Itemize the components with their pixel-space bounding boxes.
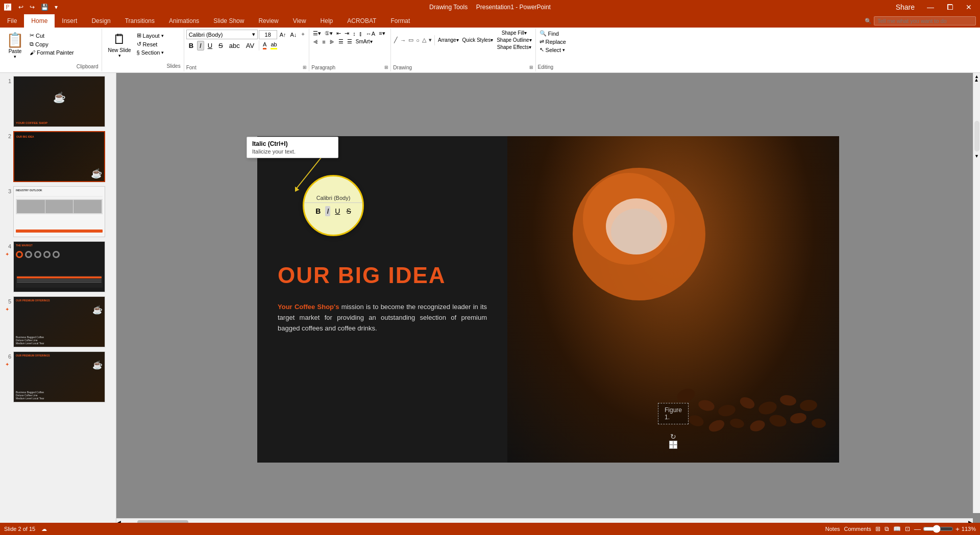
tab-slideshow[interactable]: Slide Show <box>206 14 251 28</box>
align-text-button[interactable]: ≡▾ <box>377 30 386 37</box>
tab-view[interactable]: View <box>286 14 313 28</box>
shadow-button[interactable]: abc <box>227 41 242 50</box>
slide-thumb-4[interactable]: 4 ✦ THE MARKET <box>2 240 114 293</box>
bullets-button[interactable]: ☰▾ <box>311 30 323 37</box>
increase-font-button[interactable]: A↑ <box>278 31 288 38</box>
shape-line[interactable]: ╱ <box>393 36 399 44</box>
zoom-slider[interactable] <box>923 525 953 533</box>
bold-button[interactable]: B <box>186 41 196 50</box>
redo-button[interactable]: ↪ <box>28 3 37 12</box>
arrange-button[interactable]: Arrange▾ <box>436 37 460 43</box>
section-button[interactable]: § Section ▾ <box>135 49 166 56</box>
svg-point-17 <box>811 418 826 428</box>
close-button[interactable]: ✕ <box>962 2 976 12</box>
slide-thumb-5[interactable]: 5 ✦ OUR PREMIUM OFFERINGS ☕ Business Bag… <box>2 295 114 348</box>
select-button[interactable]: ↖ Select ▾ <box>538 46 585 54</box>
maximize-button[interactable]: ⧠ <box>942 2 958 12</box>
shape-triangle[interactable]: △ <box>421 36 427 44</box>
shape-more[interactable]: ▾ <box>428 36 433 44</box>
strikethrough-button[interactable]: S <box>216 41 226 50</box>
tab-animations[interactable]: Animations <box>162 14 206 28</box>
notes-button[interactable]: Notes <box>825 526 840 532</box>
shape-arrow[interactable]: → <box>399 36 407 44</box>
tab-review[interactable]: Review <box>251 14 285 28</box>
font-name-dropdown[interactable]: Calibri (Body) ▾ <box>186 30 258 39</box>
format-painter-button[interactable]: 🖌 Format Painter <box>28 49 76 56</box>
comments-button[interactable]: Comments <box>844 526 871 532</box>
font-expand-button[interactable]: ⊞ <box>303 65 307 70</box>
save-button[interactable]: 💾 <box>39 3 51 12</box>
numbering-button[interactable]: ①▾ <box>323 30 334 37</box>
tab-acrobat[interactable]: ACROBAT <box>340 14 383 28</box>
drawing-expand-button[interactable]: ⊞ <box>529 65 533 70</box>
undo-button[interactable]: ↩ <box>16 3 26 12</box>
scroll-up-button[interactable]: ▲ <box>974 77 979 83</box>
slide-thumb-1[interactable]: 1 YOUR COFFEE SHOP ☕ <box>2 75 114 128</box>
reset-button[interactable]: ↺ Reset <box>135 40 166 48</box>
ribbon: File Home Insert Design Transitions Anim… <box>0 14 980 73</box>
tab-help[interactable]: Help <box>313 14 340 28</box>
tab-insert[interactable]: Insert <box>55 14 84 28</box>
replace-button[interactable]: ⇌ Replace <box>538 38 585 45</box>
layout-button[interactable]: ⊞ Layout ▾ <box>135 32 166 39</box>
convert-smartart-button[interactable]: SmArt▾ <box>354 38 374 45</box>
tab-home[interactable]: Home <box>24 14 55 28</box>
paste-button[interactable]: 📋 Paste ▾ <box>3 31 27 60</box>
normal-view-button[interactable]: ⊞ <box>875 525 880 532</box>
character-spacing-button[interactable]: AV <box>243 41 257 50</box>
align-justify-button[interactable]: ☰ <box>346 38 354 45</box>
tab-transitions[interactable]: Transitions <box>118 14 162 28</box>
slide-thumb-2[interactable]: 2 OUR BIG IDEA ☕ <box>2 130 114 183</box>
reading-view-button[interactable]: 📖 <box>893 525 901 532</box>
shape-oval[interactable]: ○ <box>415 36 421 44</box>
increase-indent-button[interactable]: ⇥ <box>343 30 351 37</box>
zoom-out-button[interactable]: — <box>914 525 921 533</box>
mini-italic-button[interactable]: I <box>325 206 330 216</box>
italic-button[interactable]: I <box>197 41 204 50</box>
mini-strikethrough-button[interactable]: S <box>345 206 352 216</box>
tab-design[interactable]: Design <box>84 14 117 28</box>
scroll-down-btn[interactable]: ▼ <box>973 152 980 160</box>
tab-format[interactable]: Format <box>383 14 417 28</box>
quick-styles-button[interactable]: Quick Styles▾ <box>461 37 495 43</box>
columns-button[interactable]: ⫿ <box>358 30 364 37</box>
font-color-button[interactable]: A <box>261 41 268 50</box>
underline-button[interactable]: U <box>205 41 215 50</box>
align-center-button[interactable]: ≡ <box>321 38 327 45</box>
decrease-font-button[interactable]: A↓ <box>289 31 299 38</box>
status-bar: Slide 2 of 15 ☁ Notes Comments ⊞ ⧉ 📖 ⊡ —… <box>0 523 980 535</box>
line-spacing-button[interactable]: ↕ <box>351 30 357 37</box>
tab-file[interactable]: File <box>0 14 24 28</box>
slide-thumb-3[interactable]: 3 INDUSTRY OUTLOOK <box>2 185 114 238</box>
find-button[interactable]: 🔍 Find <box>538 30 585 37</box>
shape-rect[interactable]: ▭ <box>407 36 414 44</box>
align-left-button[interactable]: ⫷ <box>311 38 320 45</box>
slide-thumb-6[interactable]: 6 ✦ OUR PREMIUM OFFERINGS ☕ Business Bag… <box>2 350 114 403</box>
mini-underline-button[interactable]: U <box>333 206 341 216</box>
tell-me-input[interactable] <box>874 16 976 26</box>
clear-format-button[interactable]: ✦ <box>299 31 307 38</box>
mini-bold-button[interactable]: B <box>314 206 322 216</box>
justify-button[interactable]: ☰ <box>337 38 345 45</box>
shape-fill-button[interactable]: Shape Fill▾ <box>495 30 533 36</box>
zoom-in-button[interactable]: + <box>955 525 960 533</box>
v-scrollbar-thumb[interactable] <box>974 121 979 151</box>
shape-effects-button[interactable]: Shape Effects▾ <box>495 44 533 50</box>
text-direction-button[interactable]: ↔A <box>364 30 377 37</box>
customize-qa-button[interactable]: ▾ <box>53 3 60 12</box>
font-size-input[interactable]: 18 <box>259 30 277 39</box>
v-scrollbar[interactable]: ▲ ▼ <box>973 73 980 513</box>
minimize-button[interactable]: — <box>923 2 938 12</box>
highlight-color-button[interactable]: ab <box>269 41 278 50</box>
new-slide-button[interactable]: 🗒 New Slide ▾ <box>105 31 134 59</box>
decrease-indent-button[interactable]: ⇤ <box>335 30 342 37</box>
align-right-button[interactable]: ⫸ <box>328 38 336 45</box>
shape-outline-button[interactable]: Shape Outline▾ <box>495 37 533 43</box>
paragraph-expand-button[interactable]: ⊞ <box>384 65 388 70</box>
cut-button[interactable]: ✂ Cut <box>28 32 76 39</box>
copy-button[interactable]: ⧉ Copy <box>28 40 76 48</box>
share-button[interactable]: Share <box>892 2 919 12</box>
slide-sorter-button[interactable]: ⧉ <box>885 525 889 532</box>
svg-point-12 <box>707 418 726 434</box>
slideshow-button[interactable]: ⊡ <box>905 525 910 532</box>
